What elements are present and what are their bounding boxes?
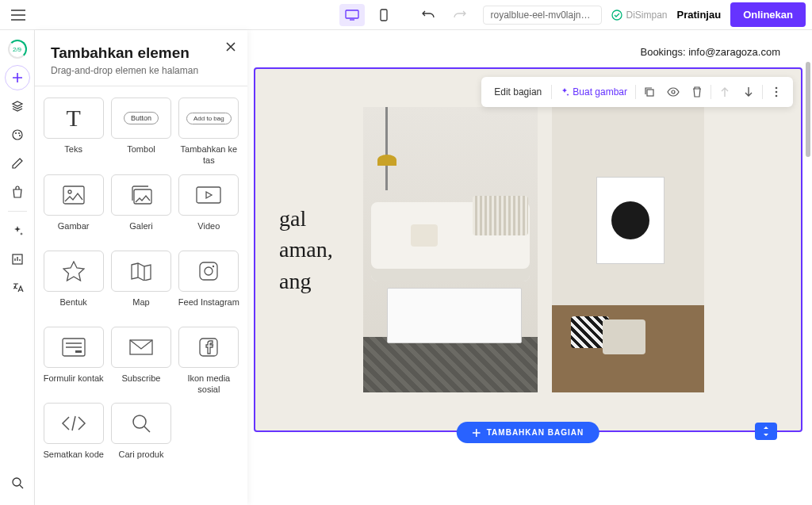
map-icon [111, 251, 171, 292]
add-element-rail-button[interactable] [5, 65, 30, 90]
desktop-device-button[interactable] [339, 4, 365, 26]
element-card-image[interactable]: Gambar [43, 174, 104, 243]
element-label: Formulir kontak [44, 373, 104, 395]
element-card-gallery[interactable]: Galeri [110, 174, 171, 243]
element-label: Bentuk [60, 296, 87, 319]
topbar: royalblue-eel-mv0lajnb3vfojr... DiSimpan… [0, 0, 812, 30]
instagram-icon [178, 251, 239, 292]
gallery-icon [111, 174, 171, 216]
svg-point-8 [13, 478, 21, 486]
delete-section-button[interactable] [687, 82, 707, 102]
ai-rail-button[interactable] [5, 218, 30, 243]
element-label: Map [132, 296, 149, 319]
panel-title: Tambahkan elemen [51, 44, 232, 62]
element-card-map[interactable]: Map [110, 251, 171, 319]
svg-point-6 [19, 135, 21, 136]
device-switcher [339, 4, 473, 26]
svg-point-25 [133, 415, 146, 428]
search-rail-button[interactable] [5, 470, 30, 495]
element-card-search[interactable]: Cari produk [110, 403, 171, 471]
svg-point-5 [18, 132, 20, 134]
publish-button[interactable]: Onlinekan [730, 2, 806, 27]
left-rail: 2/9 [0, 30, 35, 505]
button-icon: Button [111, 98, 171, 139]
element-card-button[interactable]: ButtonTombol [110, 98, 171, 166]
ai-generate-image-button[interactable]: Buat gambar [555, 86, 632, 98]
section-more-button[interactable] [766, 82, 787, 102]
element-card-star[interactable]: Bentuk [43, 251, 104, 319]
element-card-form[interactable]: Formulir kontak [43, 327, 104, 396]
element-label: Galeri [129, 220, 152, 243]
close-icon [225, 41, 236, 52]
code-icon [44, 403, 104, 444]
panel-subtitle: Drag-and-drop elemen ke halaman [51, 65, 232, 76]
search-icon [111, 403, 171, 444]
store-rail-button[interactable] [5, 179, 30, 205]
element-card-instagram[interactable]: Feed Instagram [178, 251, 239, 319]
edit-section-button[interactable]: Edit bagian [488, 86, 548, 98]
hero-headline[interactable]: gal aman, ang [279, 203, 349, 296]
edit-rail-button[interactable] [5, 151, 30, 176]
add-section-button[interactable]: TAMBAHKAN BAGIAN [457, 422, 599, 443]
video-icon [178, 174, 239, 216]
panel-close-button[interactable] [225, 41, 236, 52]
element-label: Tombol [127, 143, 155, 166]
selected-section[interactable]: Edit bagian Buat gambar [254, 67, 802, 432]
element-card-text[interactable]: TTeks [43, 98, 104, 166]
form-icon [44, 327, 104, 368]
svg-rect-17 [197, 187, 220, 203]
element-label: Feed Instagram [178, 296, 239, 319]
element-label: Subscribe [122, 373, 161, 395]
site-url-display[interactable]: royalblue-eel-mv0lajnb3vfojr... [483, 6, 602, 25]
analytics-rail-button[interactable] [5, 247, 30, 272]
progress-indicator[interactable]: 2/9 [5, 36, 30, 62]
svg-point-11 [776, 87, 778, 90]
layers-rail-button[interactable] [5, 94, 30, 119]
element-label: Gambar [58, 220, 90, 243]
section-drag-handle[interactable] [755, 423, 777, 440]
svg-rect-0 [346, 10, 358, 18]
preview-button[interactable]: Pratinjau [677, 9, 722, 21]
element-label: Cari produk [119, 449, 164, 471]
element-card-facebook[interactable]: Ikon media sosial [178, 327, 239, 396]
language-rail-button[interactable] [5, 275, 30, 300]
addtobag-icon: Add to bag [178, 98, 239, 139]
sparkle-icon [560, 87, 569, 97]
mail-icon [111, 327, 171, 368]
scrollbar[interactable] [806, 62, 810, 157]
add-element-panel: Tambahkan elemen Drag-and-drop elemen ke… [35, 30, 247, 505]
svg-point-2 [612, 10, 622, 20]
plus-icon [473, 429, 481, 437]
image-icon [44, 174, 104, 216]
svg-point-12 [776, 91, 778, 94]
hero-image-2[interactable] [552, 107, 704, 392]
undo-button[interactable] [416, 4, 441, 26]
element-label: Ikon media sosial [178, 373, 239, 396]
svg-rect-9 [647, 90, 653, 96]
visibility-toggle-button[interactable] [663, 82, 684, 102]
mobile-device-button[interactable] [371, 4, 396, 26]
duplicate-section-button[interactable] [639, 82, 660, 102]
element-card-addtobag[interactable]: Add to bagTambahkan ke tas [178, 98, 239, 166]
svg-rect-22 [75, 350, 82, 353]
svg-rect-1 [381, 10, 387, 21]
svg-point-19 [205, 267, 213, 275]
hamburger-menu-icon[interactable] [6, 5, 30, 25]
element-label: Video [197, 220, 220, 243]
svg-point-20 [213, 265, 214, 266]
element-label: Teks [64, 143, 82, 166]
move-section-up-button[interactable] [714, 82, 735, 102]
redo-button[interactable] [447, 4, 473, 26]
save-status: DiSimpan [611, 10, 667, 21]
svg-rect-14 [63, 186, 84, 204]
svg-rect-18 [200, 262, 217, 280]
element-card-code[interactable]: Sematkan kode [43, 403, 104, 471]
section-toolbar: Edit bagian Buat gambar [481, 77, 793, 107]
text-icon: T [44, 98, 104, 139]
theme-rail-button[interactable] [5, 122, 30, 147]
move-section-down-button[interactable] [738, 82, 759, 102]
element-card-mail[interactable]: Subscribe [110, 327, 171, 396]
svg-point-13 [776, 95, 778, 98]
hero-image-1[interactable] [363, 107, 538, 392]
element-card-video[interactable]: Video [178, 174, 239, 243]
